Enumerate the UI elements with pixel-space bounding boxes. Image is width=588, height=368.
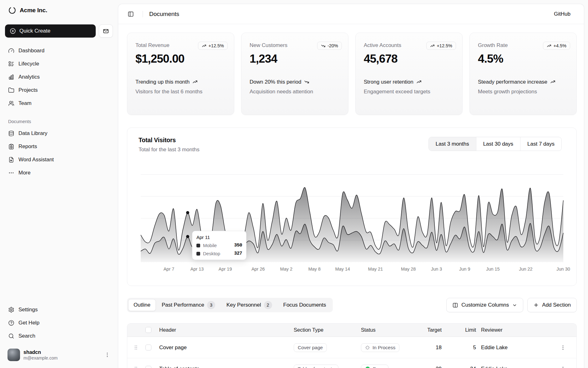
column-header: Reviewer — [477, 327, 555, 333]
tab-count-badge: 2 — [264, 301, 272, 309]
acme-logo-icon — [8, 6, 16, 14]
svg-text:May 14: May 14 — [335, 267, 350, 272]
user-menu[interactable]: shadcn m@example.com — [5, 346, 113, 364]
row-checkbox[interactable] — [145, 366, 151, 368]
chart-subtitle: Total for the last 3 months — [139, 147, 200, 153]
svg-text:Jun 15: Jun 15 — [486, 267, 499, 272]
sidebar-item-data-library[interactable]: Data Library — [5, 128, 113, 139]
drag-handle-icon[interactable] — [133, 345, 145, 350]
separator — [143, 11, 143, 17]
quick-create-button[interactable]: Quick Create — [5, 24, 96, 38]
ellipsis-vertical-icon[interactable] — [104, 352, 110, 358]
row-actions-button[interactable] — [555, 345, 571, 351]
tooltip-row: Mobile350 — [196, 243, 242, 248]
cell-limit[interactable]: 5 — [442, 345, 477, 351]
sidebar-item-label: More — [18, 170, 31, 176]
sidebar-item-search[interactable]: Search — [5, 330, 113, 342]
range-last-30-days[interactable]: Last 30 days — [476, 137, 520, 151]
chart-bar-icon — [8, 74, 14, 80]
cell-reviewer[interactable]: Eddie Lake — [477, 366, 555, 368]
stat-card-value: $1,250.00 — [135, 52, 226, 65]
toolbar-actions: Customize Columns Add Section — [446, 298, 577, 312]
chevron-down-icon — [512, 303, 517, 308]
active-dot-desktop — [186, 211, 189, 214]
drag-handle-icon[interactable] — [133, 366, 145, 368]
tab-outline[interactable]: Outline — [128, 299, 156, 311]
sidebar-item-label: Get Help — [18, 320, 39, 326]
cell-header[interactable]: Cover page — [159, 345, 294, 351]
trend-up-icon — [430, 44, 435, 48]
add-section-button[interactable]: Add Section — [527, 298, 577, 312]
sidebar-nav-documents: Data LibraryReportsWord AssistantMore — [5, 128, 113, 179]
stat-card-footer-title: Trending up this month — [135, 79, 226, 86]
select-all-checkbox[interactable] — [145, 327, 151, 333]
sidebar-item-dashboard[interactable]: Dashboard — [5, 45, 113, 56]
sidebar: Acme Inc. Quick Create DashboardLifecycl… — [0, 0, 118, 368]
brand-menu[interactable]: Acme Inc. — [5, 4, 113, 16]
svg-text:Jun 30: Jun 30 — [556, 267, 570, 272]
tooltip-series-label: Mobile — [203, 243, 217, 248]
stat-card-value: 4.5% — [478, 52, 568, 65]
inbox-button[interactable] — [99, 24, 113, 38]
svg-text:Apr 19: Apr 19 — [219, 267, 232, 272]
cell-target[interactable]: 29 — [420, 366, 442, 368]
series-swatch — [196, 252, 200, 256]
range-last-7-days[interactable]: Last 7 days — [520, 137, 561, 151]
tab-past-performance[interactable]: Past Performance3 — [156, 299, 220, 311]
cell-limit[interactable]: 24 — [442, 366, 477, 368]
cell-target[interactable]: 18 — [420, 345, 442, 351]
sidebar-item-projects[interactable]: Projects — [5, 85, 113, 96]
svg-text:Jun 9: Jun 9 — [459, 267, 470, 272]
trend-up-icon — [202, 44, 206, 48]
chart-tooltip: Apr 11 Mobile350Desktop327 — [192, 231, 246, 260]
active-dot-mobile — [186, 235, 189, 238]
stat-card-new-customers: New Customers-20%1,234Down 20% this peri… — [241, 33, 348, 115]
customize-columns-button[interactable]: Customize Columns — [446, 298, 523, 312]
column-header: Status — [361, 327, 420, 333]
avatar — [8, 349, 20, 361]
row-checkbox[interactable] — [145, 345, 151, 350]
tab-label: Focus Documents — [283, 302, 326, 308]
tooltip-date: Apr 11 — [196, 235, 242, 240]
stat-card-footer-desc: Meets growth projections — [478, 89, 568, 95]
visitors-chart-card: Total Visitors Total for the last 3 mont… — [127, 127, 577, 286]
tab-focus-documents[interactable]: Focus Documents — [278, 299, 332, 311]
chart-header: Total Visitors Total for the last 3 mont… — [139, 137, 200, 153]
range-last-3-months[interactable]: Last 3 months — [429, 137, 476, 151]
row-actions-button[interactable] — [555, 366, 571, 368]
sidebar-spacer — [5, 179, 113, 304]
sidebar-toggle-button[interactable] — [125, 8, 136, 20]
settings-icon — [8, 307, 14, 313]
dots-icon — [8, 170, 14, 176]
stat-card-value: 45,678 — [364, 52, 454, 65]
view-tabs: OutlinePast Performance3Key Personnel2Fo… — [127, 298, 333, 312]
svg-text:Jun 3: Jun 3 — [431, 267, 442, 272]
sidebar-item-settings[interactable]: Settings — [5, 304, 113, 315]
sidebar-item-get-help[interactable]: Get Help — [5, 317, 113, 329]
stat-card-footer-text: Steady performance increase — [478, 79, 547, 86]
tab-key-personnel[interactable]: Key Personnel2 — [221, 299, 277, 311]
sidebar-item-more[interactable]: More — [5, 167, 113, 179]
column-header: Header — [159, 327, 294, 333]
sidebar-item-lifecycle[interactable]: Lifecycle — [5, 58, 113, 70]
sidebar-item-label: Word Assistant — [18, 157, 54, 163]
column-header: Limit — [442, 327, 477, 333]
stat-card-footer-title: Strong user retention — [364, 79, 454, 86]
quick-create-label: Quick Create — [19, 28, 50, 34]
trend-badge: +12.5% — [426, 42, 456, 50]
sidebar-item-label: Projects — [18, 87, 38, 93]
cell-reviewer[interactable]: Eddie Lake — [477, 345, 555, 351]
trend-badge-value: -20% — [327, 43, 338, 48]
users-icon — [8, 100, 14, 106]
content: Total Revenue+12.5%$1,250.00Trending up … — [118, 24, 584, 368]
cell-header[interactable]: Table of contents — [159, 366, 294, 368]
sidebar-item-label: Reports — [18, 143, 37, 150]
user-meta: shadcn m@example.com — [23, 350, 101, 360]
sidebar-item-team[interactable]: Team — [5, 98, 113, 109]
sidebar-item-label: Lifecycle — [18, 61, 39, 67]
sidebar-item-reports[interactable]: Reports — [5, 141, 113, 152]
sidebar-item-word-assistant[interactable]: Word Assistant — [5, 154, 113, 165]
github-link[interactable]: GitHub — [554, 11, 570, 17]
check-circle-icon — [365, 366, 370, 368]
sidebar-item-analytics[interactable]: Analytics — [5, 71, 113, 83]
